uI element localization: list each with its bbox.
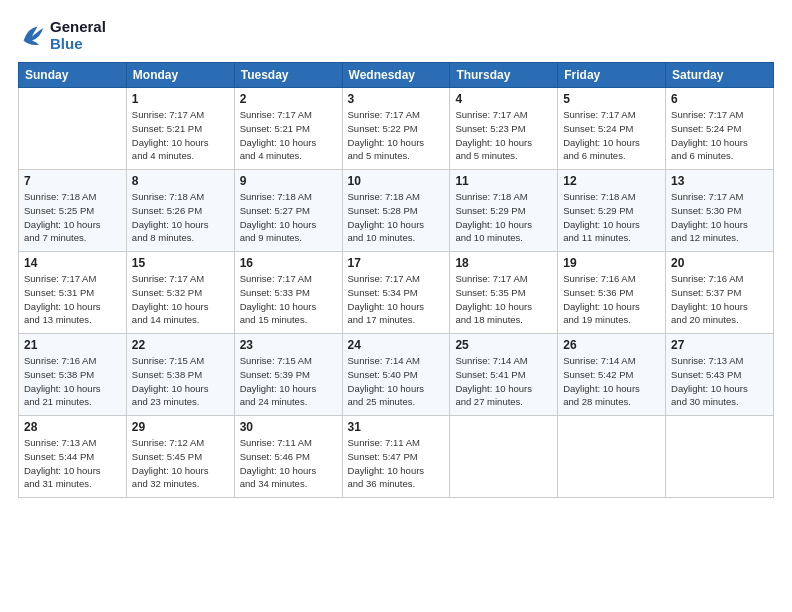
day-number: 11 [455,174,552,188]
day-number: 12 [563,174,660,188]
calendar-cell [19,88,127,170]
calendar-cell: 3Sunrise: 7:17 AMSunset: 5:22 PMDaylight… [342,88,450,170]
calendar-cell: 30Sunrise: 7:11 AMSunset: 5:46 PMDayligh… [234,416,342,498]
calendar-week-3: 14Sunrise: 7:17 AMSunset: 5:31 PMDayligh… [19,252,774,334]
day-number: 28 [24,420,121,434]
calendar-cell: 1Sunrise: 7:17 AMSunset: 5:21 PMDaylight… [126,88,234,170]
calendar-cell: 6Sunrise: 7:17 AMSunset: 5:24 PMDaylight… [666,88,774,170]
day-info: Sunrise: 7:17 AMSunset: 5:32 PMDaylight:… [132,272,229,327]
day-number: 2 [240,92,337,106]
calendar-cell: 22Sunrise: 7:15 AMSunset: 5:38 PMDayligh… [126,334,234,416]
calendar-cell: 17Sunrise: 7:17 AMSunset: 5:34 PMDayligh… [342,252,450,334]
calendar-cell: 21Sunrise: 7:16 AMSunset: 5:38 PMDayligh… [19,334,127,416]
calendar-cell: 4Sunrise: 7:17 AMSunset: 5:23 PMDaylight… [450,88,558,170]
day-number: 1 [132,92,229,106]
day-info: Sunrise: 7:17 AMSunset: 5:31 PMDaylight:… [24,272,121,327]
day-number: 5 [563,92,660,106]
day-info: Sunrise: 7:12 AMSunset: 5:45 PMDaylight:… [132,436,229,491]
day-info: Sunrise: 7:14 AMSunset: 5:42 PMDaylight:… [563,354,660,409]
day-info: Sunrise: 7:15 AMSunset: 5:38 PMDaylight:… [132,354,229,409]
calendar-cell: 15Sunrise: 7:17 AMSunset: 5:32 PMDayligh… [126,252,234,334]
day-number: 24 [348,338,445,352]
day-info: Sunrise: 7:18 AMSunset: 5:26 PMDaylight:… [132,190,229,245]
header-day-friday: Friday [558,63,666,88]
day-number: 17 [348,256,445,270]
day-info: Sunrise: 7:13 AMSunset: 5:43 PMDaylight:… [671,354,768,409]
logo-text: General Blue [50,18,106,52]
day-number: 20 [671,256,768,270]
calendar-cell: 12Sunrise: 7:18 AMSunset: 5:29 PMDayligh… [558,170,666,252]
day-info: Sunrise: 7:16 AMSunset: 5:36 PMDaylight:… [563,272,660,327]
calendar-cell: 18Sunrise: 7:17 AMSunset: 5:35 PMDayligh… [450,252,558,334]
logo: General Blue [18,18,106,52]
day-number: 29 [132,420,229,434]
calendar-cell [450,416,558,498]
calendar-cell: 24Sunrise: 7:14 AMSunset: 5:40 PMDayligh… [342,334,450,416]
day-info: Sunrise: 7:17 AMSunset: 5:24 PMDaylight:… [563,108,660,163]
day-number: 8 [132,174,229,188]
day-info: Sunrise: 7:18 AMSunset: 5:29 PMDaylight:… [455,190,552,245]
day-number: 21 [24,338,121,352]
day-info: Sunrise: 7:11 AMSunset: 5:46 PMDaylight:… [240,436,337,491]
calendar-cell: 5Sunrise: 7:17 AMSunset: 5:24 PMDaylight… [558,88,666,170]
calendar-cell: 26Sunrise: 7:14 AMSunset: 5:42 PMDayligh… [558,334,666,416]
calendar-cell: 8Sunrise: 7:18 AMSunset: 5:26 PMDaylight… [126,170,234,252]
day-number: 19 [563,256,660,270]
day-number: 14 [24,256,121,270]
calendar-cell: 23Sunrise: 7:15 AMSunset: 5:39 PMDayligh… [234,334,342,416]
day-number: 23 [240,338,337,352]
header-day-sunday: Sunday [19,63,127,88]
day-number: 15 [132,256,229,270]
calendar-cell: 25Sunrise: 7:14 AMSunset: 5:41 PMDayligh… [450,334,558,416]
calendar-cell: 19Sunrise: 7:16 AMSunset: 5:36 PMDayligh… [558,252,666,334]
day-number: 27 [671,338,768,352]
calendar-week-1: 1Sunrise: 7:17 AMSunset: 5:21 PMDaylight… [19,88,774,170]
day-info: Sunrise: 7:13 AMSunset: 5:44 PMDaylight:… [24,436,121,491]
calendar-cell: 20Sunrise: 7:16 AMSunset: 5:37 PMDayligh… [666,252,774,334]
day-number: 26 [563,338,660,352]
calendar-cell: 2Sunrise: 7:17 AMSunset: 5:21 PMDaylight… [234,88,342,170]
header-day-tuesday: Tuesday [234,63,342,88]
logo-icon [18,21,46,49]
calendar-cell: 31Sunrise: 7:11 AMSunset: 5:47 PMDayligh… [342,416,450,498]
calendar-week-5: 28Sunrise: 7:13 AMSunset: 5:44 PMDayligh… [19,416,774,498]
day-number: 4 [455,92,552,106]
day-number: 10 [348,174,445,188]
calendar-cell: 11Sunrise: 7:18 AMSunset: 5:29 PMDayligh… [450,170,558,252]
day-info: Sunrise: 7:18 AMSunset: 5:25 PMDaylight:… [24,190,121,245]
day-number: 9 [240,174,337,188]
day-info: Sunrise: 7:17 AMSunset: 5:30 PMDaylight:… [671,190,768,245]
day-number: 16 [240,256,337,270]
header-day-monday: Monday [126,63,234,88]
day-number: 31 [348,420,445,434]
header-day-saturday: Saturday [666,63,774,88]
day-number: 6 [671,92,768,106]
page-header: General Blue [18,18,774,52]
day-info: Sunrise: 7:18 AMSunset: 5:28 PMDaylight:… [348,190,445,245]
day-info: Sunrise: 7:14 AMSunset: 5:41 PMDaylight:… [455,354,552,409]
day-number: 3 [348,92,445,106]
calendar-cell: 29Sunrise: 7:12 AMSunset: 5:45 PMDayligh… [126,416,234,498]
day-info: Sunrise: 7:17 AMSunset: 5:33 PMDaylight:… [240,272,337,327]
calendar-cell [558,416,666,498]
day-info: Sunrise: 7:17 AMSunset: 5:24 PMDaylight:… [671,108,768,163]
calendar-cell: 9Sunrise: 7:18 AMSunset: 5:27 PMDaylight… [234,170,342,252]
day-info: Sunrise: 7:18 AMSunset: 5:27 PMDaylight:… [240,190,337,245]
day-info: Sunrise: 7:17 AMSunset: 5:34 PMDaylight:… [348,272,445,327]
day-info: Sunrise: 7:17 AMSunset: 5:23 PMDaylight:… [455,108,552,163]
calendar-header-row: SundayMondayTuesdayWednesdayThursdayFrid… [19,63,774,88]
day-info: Sunrise: 7:17 AMSunset: 5:22 PMDaylight:… [348,108,445,163]
day-info: Sunrise: 7:16 AMSunset: 5:38 PMDaylight:… [24,354,121,409]
calendar-table: SundayMondayTuesdayWednesdayThursdayFrid… [18,62,774,498]
day-info: Sunrise: 7:17 AMSunset: 5:35 PMDaylight:… [455,272,552,327]
header-day-wednesday: Wednesday [342,63,450,88]
day-number: 30 [240,420,337,434]
day-number: 7 [24,174,121,188]
day-number: 13 [671,174,768,188]
calendar-week-2: 7Sunrise: 7:18 AMSunset: 5:25 PMDaylight… [19,170,774,252]
calendar-cell: 27Sunrise: 7:13 AMSunset: 5:43 PMDayligh… [666,334,774,416]
calendar-week-4: 21Sunrise: 7:16 AMSunset: 5:38 PMDayligh… [19,334,774,416]
header-day-thursday: Thursday [450,63,558,88]
calendar-cell [666,416,774,498]
calendar-cell: 16Sunrise: 7:17 AMSunset: 5:33 PMDayligh… [234,252,342,334]
